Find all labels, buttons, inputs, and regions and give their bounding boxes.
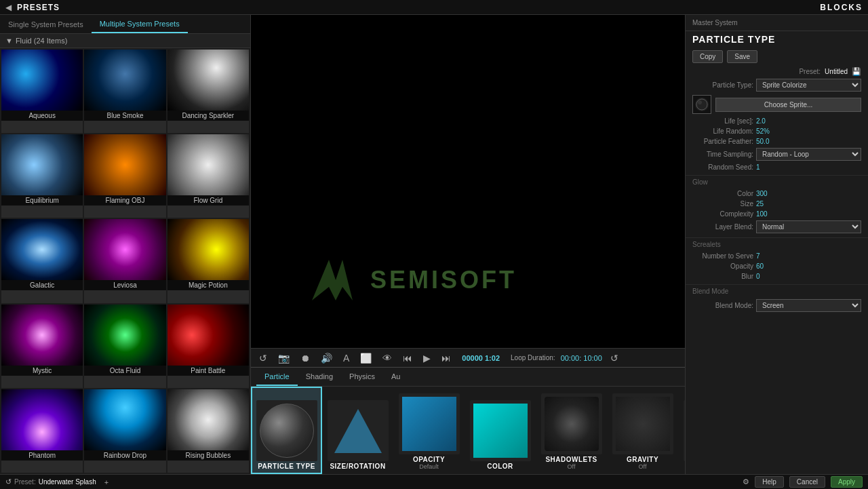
save-icon[interactable]: 💾 [852,67,861,76]
preset-name: Flaming OBJ [84,195,165,206]
effect-thumbnail [256,400,317,461]
screalets-opacity-row: Opacity 60 [686,261,868,271]
effect-item[interactable]: SHADOWLETS Off [536,387,607,474]
effect-name: COLOR [487,463,513,470]
effect-thumbnail [684,400,686,461]
eye-btn[interactable]: 👁 [380,351,395,365]
preset-item[interactable]: Dancing Sparkler [167,50,249,133]
preset-name: Octa Fluid [84,366,165,376]
particle-type-select[interactable]: Sprite Colorize Standard Textured Polygo… [756,79,861,92]
preset-name: Mystic [1,366,83,376]
loop-duration: 00:00: 10:00 [561,354,602,362]
preset-thumbnail [167,389,249,450]
screalets-blur-value: 0 [756,273,760,280]
monitor-btn[interactable]: ⬜ [357,351,374,365]
preset-name: Leviosa [84,280,165,290]
cancel-button[interactable]: Cancel [789,476,825,488]
effect-thumbnail [470,400,531,461]
preset-item[interactable]: Phantom [1,389,83,473]
bottom-tabs: Particle Shading Physics Au [251,367,685,386]
effect-sub: Default [419,463,439,470]
time-sampling-label: Time Sampling: [692,151,753,158]
preset-item[interactable]: Equilibrium [1,134,83,218]
time-sampling-select[interactable]: Random - Loop Normal Ping Pong [756,148,861,161]
effect-item[interactable]: COLOR [465,387,536,474]
top-bar-left: ◀ PRESETS [5,3,60,12]
audio-btn[interactable]: 🔊 [318,351,335,365]
effect-item[interactable]: PARTICLE TYPE [251,387,322,474]
screalets-ns-row: Number to Serve 7 [686,251,868,261]
glow-blend-select[interactable]: Normal Screen Add [756,220,861,233]
effect-sub: Off [568,463,576,470]
right-panel: Master System PARTICLE TYPE Copy Save Pr… [685,15,868,474]
preset-name: Rising Bubbles [167,450,249,461]
glow-complexity-value: 100 [756,210,768,218]
record-btn[interactable]: ⏺ [298,351,313,365]
skip-start-btn[interactable]: ⏮ [400,351,415,365]
glow-color-label: Color [692,190,753,197]
screalets-blur-row: Blur 0 [686,271,868,281]
preset-item[interactable]: Mystic [1,305,83,388]
watermark-logo [305,253,359,307]
refresh-btn[interactable]: ↺ [256,351,270,365]
preset-thumbnail [84,134,165,195]
preset-item[interactable]: Blue Smoke [84,50,165,133]
back-button[interactable]: ◀ [5,3,12,12]
play-btn[interactable]: ▶ [420,351,433,365]
preset-item[interactable]: Flow Grid [167,134,249,218]
preset-item[interactable]: Flaming OBJ [84,134,165,218]
tab-au[interactable]: Au [383,368,408,386]
tab-single-system[interactable]: Single System Presets [0,15,92,33]
preset-thumbnail [167,305,249,366]
copy-button[interactable]: Copy [692,50,723,63]
effect-item[interactable]: OPACITY Default [393,387,465,474]
random-seed-row: Random Seed: 1 [686,162,868,172]
life-value: 2.0 [756,117,766,125]
text-btn[interactable]: A [340,351,352,365]
gear-icon[interactable]: ⚙ [743,477,749,486]
preset-item[interactable]: Octa Fluid [84,305,165,388]
effect-name: OPACITY [413,456,445,463]
preset-thumbnail [1,305,83,366]
life-row: Life [sec]: 2.0 [686,116,868,126]
sprite-preview [692,95,711,114]
camera-btn[interactable]: 📷 [275,351,292,365]
svg-point-1 [695,98,709,111]
preset-item[interactable]: Magic Potion [167,219,249,302]
loop-reset-btn[interactable]: ↺ [608,351,621,365]
save-button[interactable]: Save [727,50,757,63]
effect-item[interactable]: GRAVITY Off [607,387,678,474]
add-preset-icon[interactable]: + [104,478,108,486]
apply-button[interactable]: Apply [831,476,863,488]
refresh-icon[interactable]: ↺ [5,477,12,486]
effect-item[interactable]: SIZE/ROTATION [322,387,393,474]
preset-item[interactable]: Leviosa [84,219,165,302]
tab-shading[interactable]: Shading [298,368,341,386]
svg-marker-0 [312,260,353,300]
choose-sprite-button[interactable]: Choose Sprite... [715,98,861,112]
effect-item[interactable]: PHYSICS [678,387,685,474]
blend-mode-select[interactable]: Screen Normal Add Multiply [756,299,861,312]
preset-item[interactable]: Paint Battle [167,305,249,388]
preset-item[interactable]: Galactic [1,219,83,302]
screalets-opacity-value: 60 [756,262,764,270]
help-button[interactable]: Help [755,476,784,488]
preset-item[interactable]: Aqueous [1,50,83,133]
tab-physics[interactable]: Physics [341,368,383,386]
effect-sub: Off [639,463,647,470]
preset-item[interactable]: Rising Bubbles [167,389,249,473]
sprite-icon [694,96,710,113]
glow-complexity-label: Complexity [692,210,753,218]
preset-thumbnail [84,50,165,111]
effect-name: SHADOWLETS [545,456,597,463]
tab-particle[interactable]: Particle [256,368,298,386]
preset-thumbnail [167,50,249,111]
preset-item[interactable]: Rainbow Drop [84,389,165,473]
skip-end-btn[interactable]: ⏭ [439,351,454,365]
effect-thumbnail [612,393,673,454]
preset-thumbnail [167,219,249,280]
glow-complexity-row: Complexity 100 [686,209,868,219]
particle-type-label: Particle Type: [692,81,753,89]
tab-multiple-system[interactable]: Multiple System Presets [92,15,188,33]
preset-thumbnail [84,305,165,366]
